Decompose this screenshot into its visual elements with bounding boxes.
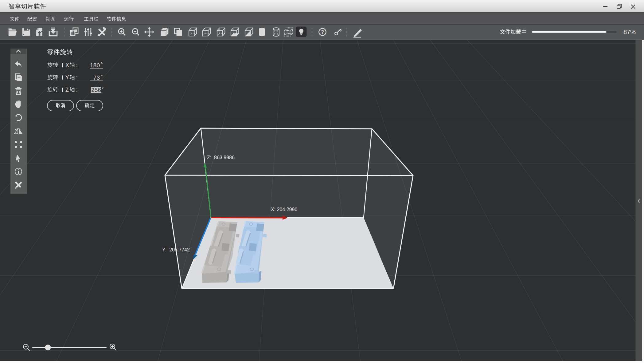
svg-text:°: °	[100, 61, 103, 68]
svg-text:87%: 87%	[623, 29, 636, 35]
svg-text:256: 256	[91, 87, 101, 93]
svg-text:X: 204.2990: X: 204.2990	[271, 207, 297, 212]
svg-text::: :	[76, 62, 78, 68]
svg-text::: :	[76, 74, 78, 81]
svg-text:Y: 208.7742: Y: 208.7742	[162, 247, 190, 252]
svg-text:Z: Z	[65, 87, 69, 93]
svg-text::: :	[76, 87, 78, 93]
svg-text:180: 180	[90, 62, 100, 69]
svg-text:?: ?	[321, 29, 324, 35]
svg-text:°: °	[101, 73, 103, 80]
svg-text:X: X	[65, 62, 69, 68]
svg-text:Z: 863.9986: Z: 863.9986	[207, 155, 235, 160]
svg-text:Y: Y	[65, 74, 69, 81]
svg-text:°: °	[101, 86, 104, 92]
svg-text:73: 73	[93, 74, 100, 81]
